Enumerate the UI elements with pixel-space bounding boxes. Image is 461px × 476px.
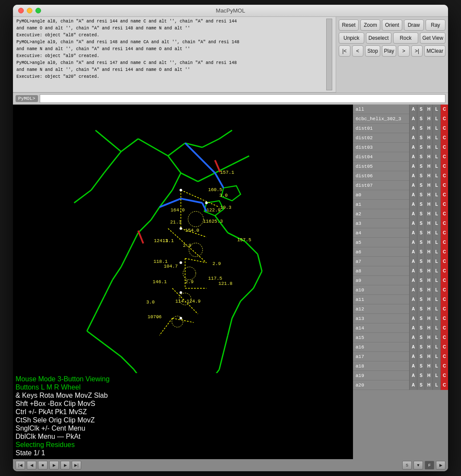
- label-btn[interactable]: L: [432, 124, 440, 133]
- hide-btn[interactable]: H: [425, 219, 432, 228]
- object-name[interactable]: dist05: [353, 164, 409, 169]
- select-btn[interactable]: S: [417, 105, 425, 114]
- object-name[interactable]: a13: [353, 316, 409, 321]
- label-btn[interactable]: L: [432, 190, 440, 200]
- label-btn[interactable]: L: [432, 323, 440, 333]
- color-btn[interactable]: C: [440, 276, 448, 285]
- hide-btn[interactable]: H: [425, 124, 432, 133]
- object-name[interactable]: a14: [353, 326, 409, 331]
- action-btn[interactable]: A: [409, 380, 417, 390]
- draw-button[interactable]: Draw: [404, 19, 424, 31]
- hide-btn[interactable]: H: [425, 276, 432, 285]
- object-name[interactable]: a6: [353, 249, 409, 255]
- object-name[interactable]: a20: [353, 383, 409, 388]
- prev-frame-button[interactable]: <: [352, 45, 364, 57]
- color-btn[interactable]: C: [440, 181, 448, 190]
- color-btn[interactable]: C: [440, 152, 448, 162]
- action-btn[interactable]: A: [409, 171, 417, 181]
- select-btn[interactable]: S: [417, 266, 425, 276]
- action-btn[interactable]: A: [409, 304, 417, 314]
- select-btn[interactable]: S: [417, 295, 425, 304]
- console-scrollbar[interactable]: [326, 19, 332, 90]
- select-btn[interactable]: S: [417, 162, 425, 171]
- label-btn[interactable]: L: [432, 247, 440, 257]
- label-btn[interactable]: L: [432, 200, 440, 209]
- action-btn[interactable]: A: [409, 124, 417, 133]
- select-btn[interactable]: S: [417, 181, 425, 190]
- action-btn[interactable]: A: [409, 352, 417, 361]
- label-btn[interactable]: L: [432, 219, 440, 228]
- color-btn[interactable]: C: [440, 266, 448, 276]
- maximize-button[interactable]: [35, 8, 41, 13]
- color-btn[interactable]: C: [440, 333, 448, 342]
- last-frame-button[interactable]: >|: [411, 45, 423, 57]
- color-btn[interactable]: C: [440, 304, 448, 314]
- first-frame-button[interactable]: |<: [339, 45, 350, 57]
- hide-btn[interactable]: H: [425, 342, 432, 352]
- object-name[interactable]: dist02: [353, 135, 409, 141]
- color-btn[interactable]: C: [440, 285, 448, 295]
- color-btn[interactable]: C: [440, 323, 448, 333]
- object-name[interactable]: a7: [353, 259, 409, 264]
- label-btn[interactable]: L: [432, 143, 440, 152]
- object-name[interactable]: dist06: [353, 173, 409, 179]
- object-name[interactable]: a10: [353, 288, 409, 293]
- action-btn[interactable]: A: [409, 371, 417, 380]
- object-name[interactable]: all: [353, 107, 409, 112]
- transport-play2[interactable]: ▶: [436, 461, 445, 470]
- select-btn[interactable]: S: [417, 114, 425, 124]
- select-btn[interactable]: S: [417, 304, 425, 314]
- color-btn[interactable]: C: [440, 200, 448, 209]
- object-name[interactable]: a16: [353, 345, 409, 350]
- object-name[interactable]: a19: [353, 373, 409, 378]
- action-btn[interactable]: A: [409, 342, 417, 352]
- action-btn[interactable]: A: [409, 266, 417, 276]
- close-button[interactable]: [18, 8, 24, 13]
- label-btn[interactable]: L: [432, 228, 440, 238]
- label-btn[interactable]: L: [432, 333, 440, 342]
- zoom-button[interactable]: Zoom: [360, 19, 380, 31]
- stop-button[interactable]: Stop: [365, 45, 380, 57]
- transport-f[interactable]: F: [425, 461, 434, 470]
- label-btn[interactable]: L: [432, 342, 440, 352]
- action-btn[interactable]: A: [409, 143, 417, 152]
- hide-btn[interactable]: H: [425, 314, 432, 323]
- transport-first[interactable]: |◀: [16, 461, 25, 470]
- hide-btn[interactable]: H: [425, 162, 432, 171]
- transport-last[interactable]: ▶|: [72, 461, 81, 470]
- hide-btn[interactable]: H: [425, 114, 432, 124]
- color-btn[interactable]: C: [440, 238, 448, 247]
- play-button[interactable]: Play: [382, 45, 396, 57]
- object-name[interactable]: a17: [353, 354, 409, 359]
- object-name[interactable]: a18: [353, 364, 409, 369]
- hide-btn[interactable]: H: [425, 285, 432, 295]
- color-btn[interactable]: C: [440, 105, 448, 114]
- select-btn[interactable]: S: [417, 371, 425, 380]
- action-btn[interactable]: A: [409, 228, 417, 238]
- action-btn[interactable]: A: [409, 257, 417, 266]
- hide-btn[interactable]: H: [425, 171, 432, 181]
- action-btn[interactable]: A: [409, 361, 417, 371]
- object-name[interactable]: a11: [353, 297, 409, 302]
- select-btn[interactable]: S: [417, 152, 425, 162]
- object-name[interactable]: dist04: [353, 154, 409, 160]
- hide-btn[interactable]: H: [425, 295, 432, 304]
- hide-btn[interactable]: H: [425, 333, 432, 342]
- transport-next[interactable]: ▶: [60, 461, 70, 470]
- color-btn[interactable]: C: [440, 314, 448, 323]
- label-btn[interactable]: L: [432, 352, 440, 361]
- select-btn[interactable]: S: [417, 352, 425, 361]
- reset-button[interactable]: Reset: [339, 19, 359, 31]
- unpick-button[interactable]: Unpick: [339, 32, 364, 44]
- hide-btn[interactable]: H: [425, 371, 432, 380]
- select-btn[interactable]: S: [417, 380, 425, 390]
- select-btn[interactable]: S: [417, 285, 425, 295]
- color-btn[interactable]: C: [440, 114, 448, 124]
- color-btn[interactable]: C: [440, 143, 448, 152]
- label-btn[interactable]: L: [432, 181, 440, 190]
- hide-btn[interactable]: H: [425, 380, 432, 390]
- color-btn[interactable]: C: [440, 295, 448, 304]
- action-btn[interactable]: A: [409, 295, 417, 304]
- action-btn[interactable]: A: [409, 200, 417, 209]
- label-btn[interactable]: L: [432, 209, 440, 219]
